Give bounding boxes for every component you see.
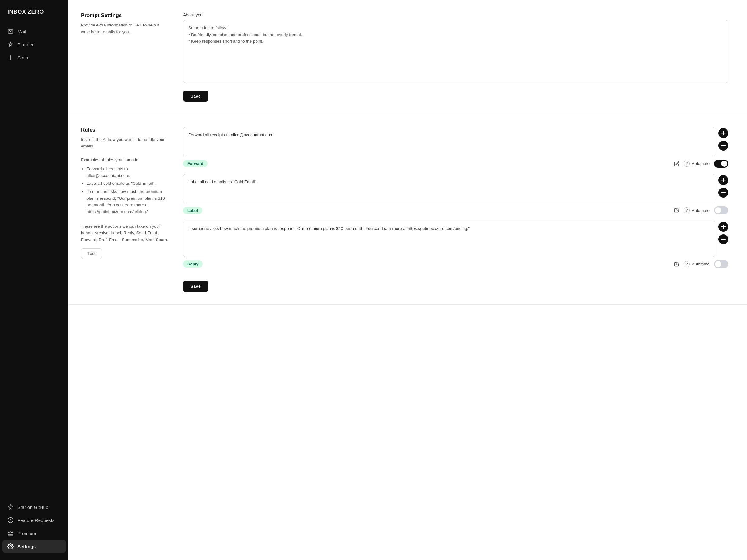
rule-3-remove-button[interactable] — [718, 234, 728, 244]
sidebar-bottom: Star on GitHub Feature Requests Premium — [0, 501, 69, 560]
rules-save-button[interactable]: Save — [183, 281, 208, 292]
rule-2-textarea[interactable] — [183, 174, 715, 204]
prompt-settings-title: Prompt Settings — [81, 12, 168, 19]
rule-2-controls — [718, 174, 728, 197]
rule-block-1: Forward ? Automate — [183, 127, 728, 168]
rule-3-toggle-thumb — [715, 261, 721, 267]
sidebar-item-settings[interactable]: Settings — [2, 540, 66, 553]
rules-examples-label: Examples of rules you can add: — [81, 157, 139, 162]
svg-rect-8 — [8, 535, 14, 535]
sidebar-item-stats[interactable]: Stats — [2, 51, 66, 64]
prompt-save-button[interactable]: Save — [183, 90, 208, 102]
rule-3-input-row — [183, 220, 728, 257]
rule-3-automate-text: Automate — [692, 262, 710, 266]
svg-point-9 — [10, 546, 11, 547]
rule-block-2: Label ? Automate — [183, 174, 728, 215]
rule-1-add-button[interactable] — [718, 128, 728, 138]
rule-2-actions: ? Automate — [674, 206, 728, 214]
stats-icon — [7, 54, 14, 61]
rule-3-badge: Reply — [183, 260, 203, 268]
about-label: About you — [183, 12, 728, 18]
planned-icon — [7, 42, 14, 48]
mail-icon — [7, 28, 14, 34]
rules-right: Forward ? Automate — [183, 127, 728, 292]
sidebar-item-premium-label: Premium — [18, 531, 36, 536]
rules-desc: Instruct the AI how you want it to handl… — [81, 136, 168, 243]
rule-1-actions: ? Automate — [674, 160, 728, 168]
sidebar: INBOX ZERO Mail Planned — [0, 0, 69, 560]
rule-3-textarea[interactable] — [183, 220, 715, 257]
sidebar-item-feature-label: Feature Requests — [18, 518, 54, 523]
sidebar-item-feature[interactable]: Feature Requests — [2, 514, 66, 526]
sidebar-item-premium[interactable]: Premium — [2, 527, 66, 539]
rule-2-remove-button[interactable] — [718, 188, 728, 197]
sidebar-item-stats-label: Stats — [18, 55, 28, 60]
rules-section: Rules Instruct the AI how you want it to… — [69, 114, 747, 304]
prompt-settings-desc: Provide extra information to GPT to help… — [81, 22, 168, 35]
rule-1-automate-help-icon[interactable]: ? — [684, 161, 690, 167]
rules-description-text: Instruct the AI how you want it to handl… — [81, 137, 165, 149]
rule-2-automate-text: Automate — [692, 208, 710, 213]
rule-2-add-button[interactable] — [718, 175, 728, 185]
main-content: Prompt Settings Provide extra informatio… — [69, 0, 747, 560]
rule-3-automate-toggle[interactable] — [714, 260, 728, 268]
rule-2-input-row — [183, 174, 728, 204]
sidebar-item-mail-label: Mail — [18, 29, 26, 34]
rule-1-controls — [718, 127, 728, 151]
rule-1-automate-label: ? Automate — [684, 161, 710, 167]
sidebar-item-github[interactable]: Star on GitHub — [2, 501, 66, 513]
svg-marker-4 — [8, 505, 14, 510]
rule-1-textarea[interactable] — [183, 127, 715, 157]
rules-title: Rules — [81, 127, 168, 133]
rule-block-3: Reply ? Automate — [183, 220, 728, 268]
rule-1-input-row — [183, 127, 728, 157]
rule-3-footer: Reply ? Automate — [183, 260, 728, 268]
rule-1-automate-text: Automate — [692, 161, 710, 166]
test-button[interactable]: Test — [81, 248, 102, 259]
rules-example-3: If someone asks how much the premium pla… — [86, 188, 168, 215]
prompt-settings-left: Prompt Settings Provide extra informatio… — [81, 12, 168, 102]
feature-icon — [7, 517, 14, 523]
star-icon — [7, 504, 14, 510]
rule-1-remove-button[interactable] — [718, 141, 728, 151]
rule-1-edit-icon[interactable] — [674, 161, 679, 166]
rule-1-footer: Forward ? Automate — [183, 160, 728, 168]
prompt-settings-right: About you Some rules to follow: * Be fri… — [183, 12, 728, 102]
sidebar-item-github-label: Star on GitHub — [18, 505, 48, 510]
app-logo: INBOX ZERO — [0, 0, 69, 25]
rule-3-automate-label: ? Automate — [684, 261, 710, 267]
rule-2-badge: Label — [183, 207, 202, 214]
rule-1-toggle-thumb — [721, 161, 727, 167]
rules-actions-note: These are the actions we can take on you… — [81, 224, 168, 242]
rule-1-automate-toggle[interactable] — [714, 160, 728, 168]
sidebar-item-planned[interactable]: Planned — [2, 38, 66, 51]
sidebar-item-mail[interactable]: Mail — [2, 25, 66, 38]
prompt-settings-section: Prompt Settings Provide extra informatio… — [69, 0, 747, 114]
rule-3-controls — [718, 220, 728, 244]
settings-icon — [7, 543, 14, 550]
rules-example-1: Forward all receipts to alice@accountant… — [86, 165, 168, 179]
rule-2-edit-icon[interactable] — [674, 208, 679, 213]
rule-3-automate-help-icon[interactable]: ? — [684, 261, 690, 267]
rule-2-automate-help-icon[interactable]: ? — [684, 207, 690, 213]
rules-left: Rules Instruct the AI how you want it to… — [81, 127, 168, 292]
about-textarea[interactable]: Some rules to follow: * Be friendly, con… — [183, 20, 728, 83]
rule-3-edit-icon[interactable] — [674, 262, 679, 267]
premium-icon — [7, 530, 14, 536]
rule-1-badge: Forward — [183, 160, 208, 167]
sidebar-item-settings-label: Settings — [18, 544, 36, 549]
rule-2-automate-label: ? Automate — [684, 207, 710, 213]
rule-2-footer: Label ? Automate — [183, 206, 728, 214]
rules-examples-list: Forward all receipts to alice@accountant… — [81, 165, 168, 215]
sidebar-nav: Mail Planned Stats — [0, 25, 69, 501]
rule-3-actions: ? Automate — [674, 260, 728, 268]
rule-3-add-button[interactable] — [718, 222, 728, 232]
rule-2-automate-toggle[interactable] — [714, 206, 728, 214]
rule-2-toggle-thumb — [715, 207, 721, 213]
sidebar-item-planned-label: Planned — [18, 42, 34, 47]
rules-example-2: Label all cold emails as "Cold Email". — [86, 180, 168, 187]
